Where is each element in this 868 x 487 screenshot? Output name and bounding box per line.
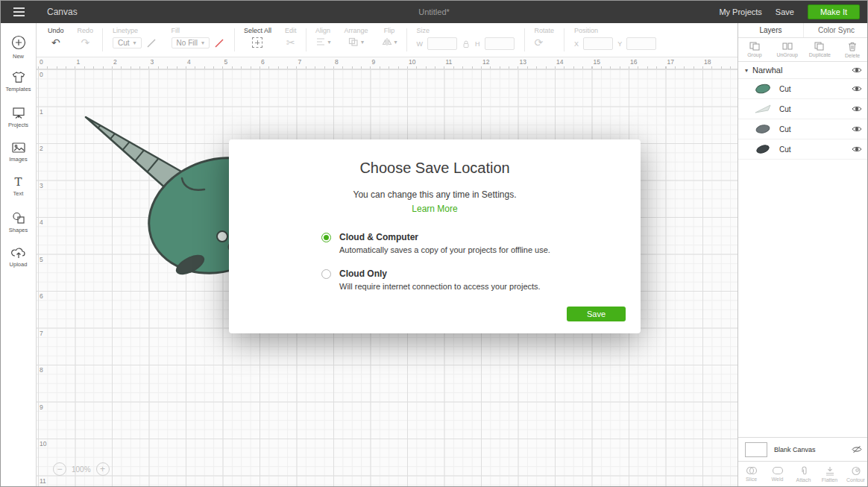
visibility-icon[interactable] xyxy=(852,125,862,133)
sidebar-item-templates[interactable]: Templates xyxy=(1,64,36,99)
menu-icon[interactable] xyxy=(1,1,37,23)
group-button[interactable]: Group xyxy=(738,38,771,61)
ungroup-button[interactable]: UnGroup xyxy=(771,38,804,61)
weld-label: Weld xyxy=(772,477,784,482)
redo-button: Redo ↷ xyxy=(71,23,101,57)
tshirt-icon xyxy=(11,71,26,84)
sidebar: New Templates Projects Images T Text Sha… xyxy=(1,23,37,486)
edit-button: Edit ✂ xyxy=(278,23,304,57)
zoom-in-button[interactable]: + xyxy=(96,462,110,476)
sidebar-item-shapes[interactable]: Shapes xyxy=(1,204,36,239)
fill-dropdown[interactable]: No Fill ▾ xyxy=(172,37,210,48)
sidebar-item-label: Images xyxy=(9,156,28,163)
visibility-icon[interactable] xyxy=(852,66,862,74)
visibility-icon[interactable] xyxy=(852,105,862,113)
layer-row[interactable]: Cut xyxy=(738,119,868,139)
size-group: Size W H xyxy=(409,23,522,57)
linetype-group: Linetype Cut ▾ xyxy=(105,23,164,57)
option-cloud-only[interactable]: Cloud Only Will require internet connect… xyxy=(321,268,641,291)
app-window: Canvas Untitled* My Projects Save Make I… xyxy=(0,0,868,487)
sidebar-item-label: Shapes xyxy=(9,227,28,233)
h-ruler-number: 3 xyxy=(151,58,154,66)
document-title: Untitled* xyxy=(418,7,450,16)
select-all-icon xyxy=(252,37,262,48)
my-projects-link[interactable]: My Projects xyxy=(719,7,761,16)
layer-label: Cut xyxy=(779,105,791,113)
fill-value: No Fill xyxy=(177,39,198,47)
make-it-button[interactable]: Make It xyxy=(808,4,860,19)
x-label: X xyxy=(574,40,579,48)
layers-list: ▾ Narwhal Cut Cut Cut xyxy=(738,62,868,437)
canvas-color-swatch[interactable] xyxy=(745,442,767,457)
topbar-actions: My Projects Save Make It xyxy=(719,4,867,19)
rotate-label: Rotate xyxy=(535,27,555,34)
slice-button: Slice xyxy=(738,462,764,486)
visibility-icon[interactable] xyxy=(852,145,862,153)
height-label: H xyxy=(475,40,480,48)
sidebar-item-new[interactable]: New xyxy=(1,29,36,64)
learn-more-link[interactable]: Learn More xyxy=(229,204,641,214)
edit-label: Edit xyxy=(285,27,297,34)
option-cloud-and-computer[interactable]: Cloud & Computer Automatically saves a c… xyxy=(321,232,641,254)
zoom-level: 100% xyxy=(72,465,91,474)
layer-group-header[interactable]: ▾ Narwhal xyxy=(738,62,868,79)
blank-canvas-row[interactable]: Blank Canvas xyxy=(738,437,868,461)
toolbar-divider xyxy=(406,28,407,51)
chevron-down-icon: ▾ xyxy=(361,39,364,45)
sidebar-item-upload[interactable]: Upload xyxy=(1,239,36,274)
h-ruler-number: 10 xyxy=(409,58,415,66)
flip-button: Flip ▾ xyxy=(375,23,404,57)
duplicate-button[interactable]: Duplicate xyxy=(804,38,837,61)
tab-color-sync[interactable]: Color Sync xyxy=(803,23,868,37)
undo-button[interactable]: Undo ↶ xyxy=(41,23,71,57)
h-ruler-number: 0 xyxy=(40,58,43,66)
select-all-button[interactable]: Select All xyxy=(237,23,278,57)
h-ruler-number: 12 xyxy=(482,58,489,66)
attach-label: Attach xyxy=(796,477,811,483)
panel-tabs: Layers Color Sync xyxy=(738,23,868,38)
sidebar-item-text[interactable]: T Text xyxy=(1,169,36,204)
v-ruler-number: 9 xyxy=(40,403,43,411)
radio-cloud-and-computer[interactable] xyxy=(321,233,331,242)
radio-cloud-only[interactable] xyxy=(321,269,331,279)
narwhal-spot xyxy=(217,231,227,242)
text-icon: T xyxy=(14,177,22,188)
h-ruler-number: 7 xyxy=(298,58,302,66)
h-ruler-number: 8 xyxy=(335,58,339,66)
layer-row[interactable]: Cut xyxy=(738,79,868,99)
dialog-save-button[interactable]: Save xyxy=(567,307,626,321)
h-ruler-number: 15 xyxy=(594,58,600,66)
redo-label: Redo xyxy=(78,27,94,34)
linetype-dropdown[interactable]: Cut ▾ xyxy=(113,37,142,48)
save-link[interactable]: Save xyxy=(776,7,794,16)
sidebar-item-label: Text xyxy=(13,190,24,197)
save-location-options: Cloud & Computer Automatically saves a c… xyxy=(321,232,641,291)
delete-button[interactable]: Delete xyxy=(836,38,868,61)
visibility-off-icon[interactable] xyxy=(852,445,862,453)
lock-aspect-icon xyxy=(462,40,471,48)
v-ruler-number: 11 xyxy=(40,477,46,485)
undo-label: Undo xyxy=(48,27,64,34)
layer-row[interactable]: Cut xyxy=(738,139,868,160)
contour-icon xyxy=(851,466,861,476)
v-ruler-number: 10 xyxy=(40,440,46,447)
h-ruler-number: 5 xyxy=(224,58,228,66)
sidebar-item-images[interactable]: Images xyxy=(1,134,36,169)
narwhal-horn xyxy=(86,117,183,190)
toolbar-divider xyxy=(564,28,564,51)
arrange-label: Arrange xyxy=(345,27,368,34)
x-input xyxy=(583,37,613,50)
sidebar-item-label: Templates xyxy=(5,86,31,92)
visibility-icon[interactable] xyxy=(852,85,862,92)
weld-button: Weld xyxy=(764,462,790,486)
layer-row[interactable]: Cut xyxy=(738,99,868,119)
fill-group: Fill No Fill ▾ xyxy=(164,23,232,57)
tab-layers[interactable]: Layers xyxy=(738,23,803,37)
sidebar-item-projects[interactable]: Projects xyxy=(1,99,36,134)
flatten-button: Flatten xyxy=(817,462,843,486)
zoom-out-button[interactable]: − xyxy=(53,462,66,476)
group-label: Group xyxy=(747,52,761,57)
toolbar-divider xyxy=(306,28,306,51)
v-ruler-number: 8 xyxy=(40,366,43,374)
v-ruler-number: 1 xyxy=(40,108,43,116)
